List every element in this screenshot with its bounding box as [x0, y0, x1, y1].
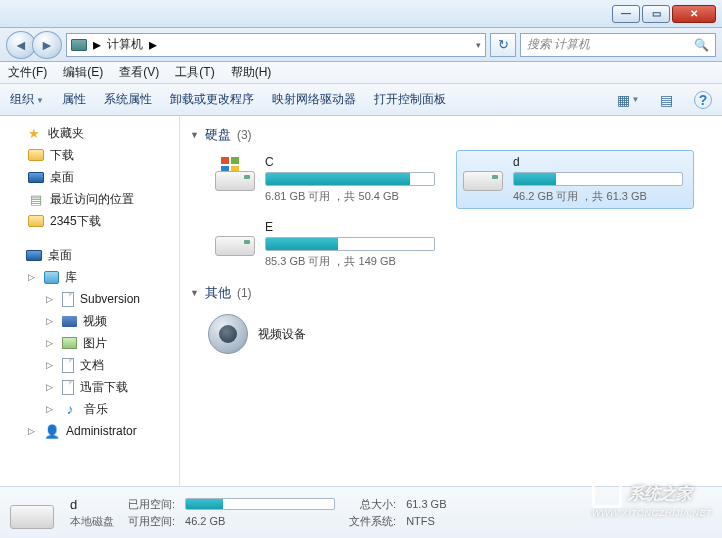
- drive-usage-bar: [265, 237, 435, 251]
- desktop-icon: [26, 250, 42, 261]
- tree-video[interactable]: ▷视频: [0, 310, 179, 332]
- drive-icon: [461, 155, 505, 195]
- refresh-button[interactable]: ↻: [490, 33, 516, 57]
- details-type: 本地磁盘: [70, 514, 114, 529]
- tree-2345[interactable]: 2345下载: [0, 210, 179, 232]
- tree-favorites[interactable]: ★收藏夹: [0, 122, 179, 144]
- tb-properties[interactable]: 属性: [62, 91, 86, 108]
- menubar: 文件(F) 编辑(E) 查看(V) 工具(T) 帮助(H): [0, 62, 722, 84]
- user-icon: 👤: [44, 423, 60, 439]
- drive-label: d: [513, 155, 689, 169]
- toolbar: 组织▼ 属性 系统属性 卸载或更改程序 映射网络驱动器 打开控制面板 ▦▼ ▤ …: [0, 84, 722, 116]
- star-icon: ★: [26, 125, 42, 141]
- details-total-label: 总大小:: [349, 497, 396, 512]
- drive-c[interactable]: C6.81 GB 可用 ，共 50.4 GB: [208, 150, 446, 209]
- menu-help[interactable]: 帮助(H): [231, 64, 272, 81]
- close-button[interactable]: ✕: [672, 5, 716, 23]
- library-icon: [44, 271, 59, 284]
- video-icon: [62, 316, 77, 327]
- breadcrumb-dropdown[interactable]: ▾: [476, 40, 481, 50]
- details-total-value: 61.3 GB: [406, 498, 446, 510]
- tree-documents[interactable]: ▷文档: [0, 354, 179, 376]
- drive-icon: [213, 220, 257, 260]
- details-free-value: 46.2 GB: [185, 515, 335, 527]
- breadcrumb-item[interactable]: 计算机: [107, 36, 143, 53]
- tree-libraries[interactable]: ▷库: [0, 266, 179, 288]
- document-icon: [62, 380, 74, 395]
- tb-system-properties[interactable]: 系统属性: [104, 91, 152, 108]
- tree-desktop-fav[interactable]: 桌面: [0, 166, 179, 188]
- content-pane: ▼ 硬盘 (3) C6.81 GB 可用 ，共 50.4 GBd46.2 GB …: [180, 116, 722, 486]
- drive-stats: 6.81 GB 可用 ，共 50.4 GB: [265, 189, 441, 204]
- collapse-icon: ▼: [190, 130, 199, 140]
- device-video[interactable]: 视频设备: [190, 308, 712, 360]
- details-usage-bar: [185, 498, 335, 510]
- drive-stats: 46.2 GB 可用 ，共 61.3 GB: [513, 189, 689, 204]
- section-drives-header[interactable]: ▼ 硬盘 (3): [190, 126, 712, 144]
- drive-label: E: [265, 220, 441, 234]
- search-input[interactable]: 搜索 计算机 🔍: [520, 33, 716, 57]
- view-mode-button[interactable]: ▦▼: [618, 90, 638, 110]
- tb-organize[interactable]: 组织▼: [10, 91, 44, 108]
- tree-downloads[interactable]: 下载: [0, 144, 179, 166]
- computer-icon: [71, 39, 87, 51]
- menu-view[interactable]: 查看(V): [119, 64, 159, 81]
- window-titlebar: — ▭ ✕: [0, 0, 722, 28]
- tree-subversion[interactable]: ▷Subversion: [0, 288, 179, 310]
- details-name: d: [70, 497, 114, 512]
- menu-tools[interactable]: 工具(T): [175, 64, 214, 81]
- minimize-button[interactable]: —: [612, 5, 640, 23]
- drive-usage-bar: [513, 172, 683, 186]
- desktop-icon: [28, 172, 44, 183]
- tb-map-drive[interactable]: 映射网络驱动器: [272, 91, 356, 108]
- tree-desktop[interactable]: 桌面: [0, 244, 179, 266]
- document-icon: [62, 292, 74, 307]
- maximize-button[interactable]: ▭: [642, 5, 670, 23]
- collapse-icon: ▼: [190, 288, 199, 298]
- tb-control-panel[interactable]: 打开控制面板: [374, 91, 446, 108]
- nav-forward-button[interactable]: ►: [32, 31, 62, 59]
- camera-icon: [208, 314, 248, 354]
- tree-music[interactable]: ▷♪音乐: [0, 398, 179, 420]
- drive-icon: [213, 155, 257, 195]
- menu-file[interactable]: 文件(F): [8, 64, 47, 81]
- breadcrumb[interactable]: ▸ 计算机 ▸ ▾: [66, 33, 486, 57]
- help-button[interactable]: ?: [694, 91, 712, 109]
- details-used-label: 已用空间:: [128, 497, 175, 512]
- drive-d[interactable]: d46.2 GB 可用 ，共 61.3 GB: [456, 150, 694, 209]
- details-pane: d 本地磁盘 已用空间: 可用空间: 46.2 GB 总大小: 61.3 GB …: [0, 486, 722, 538]
- details-fs-value: NTFS: [406, 515, 446, 527]
- device-label: 视频设备: [258, 326, 306, 343]
- nav-tree: ★收藏夹 下载 桌面 ▤最近访问的位置 2345下载 桌面 ▷库 ▷Subver…: [0, 116, 180, 486]
- drive-usage-bar: [265, 172, 435, 186]
- tree-admin[interactable]: ▷👤Administrator: [0, 420, 179, 442]
- search-icon: 🔍: [694, 38, 709, 52]
- breadcrumb-sep: ▸: [149, 35, 157, 54]
- drive-icon: [10, 495, 56, 531]
- tree-xunlei[interactable]: ▷迅雷下载: [0, 376, 179, 398]
- document-icon: [62, 358, 74, 373]
- drive-label: C: [265, 155, 441, 169]
- search-placeholder: 搜索 计算机: [527, 36, 590, 53]
- details-fs-label: 文件系统:: [349, 514, 396, 529]
- drive-e[interactable]: E85.3 GB 可用 ，共 149 GB: [208, 215, 446, 274]
- tb-uninstall[interactable]: 卸载或更改程序: [170, 91, 254, 108]
- folder-icon: [28, 215, 44, 227]
- recent-icon: ▤: [28, 191, 44, 207]
- breadcrumb-sep: ▸: [93, 35, 101, 54]
- address-bar: ◄ ► ▸ 计算机 ▸ ▾ ↻ 搜索 计算机 🔍: [0, 28, 722, 62]
- tree-pictures[interactable]: ▷图片: [0, 332, 179, 354]
- tree-recent[interactable]: ▤最近访问的位置: [0, 188, 179, 210]
- menu-edit[interactable]: 编辑(E): [63, 64, 103, 81]
- preview-pane-button[interactable]: ▤: [656, 90, 676, 110]
- music-icon: ♪: [62, 401, 78, 417]
- section-other-header[interactable]: ▼ 其他 (1): [190, 284, 712, 302]
- drive-stats: 85.3 GB 可用 ，共 149 GB: [265, 254, 441, 269]
- details-free-label: 可用空间:: [128, 514, 175, 529]
- pictures-icon: [62, 337, 77, 349]
- folder-icon: [28, 149, 44, 161]
